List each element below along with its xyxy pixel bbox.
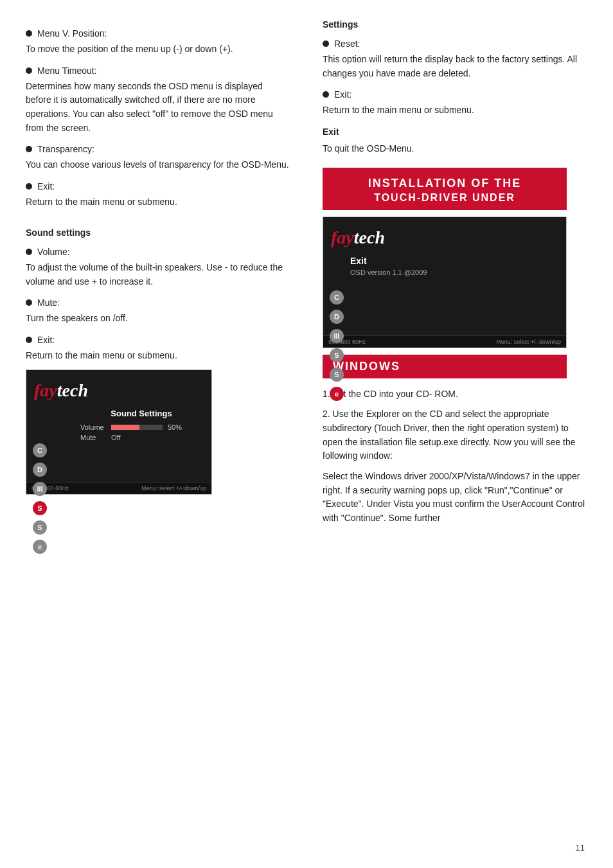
sound-osd-footer: 800x600 60Hz Menu: select +/-:down/up xyxy=(26,482,211,494)
volume-osd-label: Volume xyxy=(80,423,106,431)
step2-text: 2. Use the Explorer on the CD and select… xyxy=(323,407,587,463)
transparency-item: Transparency: xyxy=(26,144,290,154)
install-osd-icons: C D III S S e xyxy=(330,290,344,401)
sound-settings-osd-label: Sound Settings xyxy=(53,409,204,418)
exit-settings-label: Exit: xyxy=(334,89,351,100)
bullet-dot-reset xyxy=(323,40,329,47)
bullet-dot-exit-sound xyxy=(26,337,32,343)
install-osd-exit: Exit xyxy=(350,256,558,266)
page-number: 11 xyxy=(576,843,585,853)
mute-row: Mute Off xyxy=(53,434,204,441)
install-banner-line1: INSTALLATION OF THE xyxy=(368,177,521,190)
sound-osd-logo-fay: fay xyxy=(34,380,57,401)
exit-sound-label: Exit: xyxy=(37,335,55,345)
mute-osd-label: Mute xyxy=(80,434,106,441)
mute-label: Mute: xyxy=(37,297,60,308)
osd-icon-6: e xyxy=(33,540,47,554)
install-banner: INSTALLATION OF THE TOUCH-DRIVER UNDER xyxy=(323,168,567,210)
exit-left-desc: Return to the main menu or submenu. xyxy=(26,195,290,209)
install-osd-logo: faytech xyxy=(323,224,566,252)
menu-v-position-item: Menu V. Position: xyxy=(26,28,290,39)
exit-left-label: Exit: xyxy=(37,181,55,191)
page: Menu V. Position: To move the position o… xyxy=(0,0,613,868)
reset-label: Reset: xyxy=(334,39,360,49)
bullet-dot-timeout xyxy=(26,67,32,74)
install-osd-icon-5: S xyxy=(330,368,344,382)
install-osd-icon-3: III xyxy=(330,329,344,343)
install-osd-content: Exit OSD version 1.1 @2009 xyxy=(323,252,566,329)
bullet-dot-transparency xyxy=(26,146,32,152)
exit-settings-item: Exit: xyxy=(323,89,587,100)
install-osd-menu-hint: Menu: select +/-:down/up xyxy=(496,339,561,345)
volume-desc: To adjust the volume of the built-in spe… xyxy=(26,261,290,288)
menu-timeout-label: Menu Timeout: xyxy=(37,66,97,76)
sound-osd-icons: C D III S S e xyxy=(33,443,47,554)
menu-timeout-item: Menu Timeout: xyxy=(26,66,290,76)
volume-item: Volume: xyxy=(26,247,290,257)
install-osd-icon-2: D xyxy=(330,310,344,324)
two-column-layout: Menu V. Position: To move the position o… xyxy=(26,19,587,842)
sound-settings-heading: Sound settings xyxy=(26,227,290,238)
install-osd-logo-fay: fay xyxy=(331,227,354,248)
mute-osd-value: Off xyxy=(111,434,120,441)
left-column: Menu V. Position: To move the position o… xyxy=(26,19,297,842)
install-osd-icon-6-active: e xyxy=(330,387,344,401)
step1-text: 1. Put the CD into your CD- ROM. xyxy=(323,387,587,402)
reset-item: Reset: xyxy=(323,39,587,49)
install-osd-body: C D III S S e Exit OSD version 1.1 @2009 xyxy=(323,252,566,329)
mute-item: Mute: xyxy=(26,297,290,308)
sound-osd-menu-hint: Menu: select +/-:down/up xyxy=(141,485,206,492)
right-column: Settings Reset: This option will return … xyxy=(316,19,587,842)
exit-settings-desc: Return to the main menu or submenu. xyxy=(323,103,587,118)
bullet-dot-mute xyxy=(26,299,32,306)
sound-osd-logo: faytech xyxy=(26,376,211,405)
exit-left-item: Exit: xyxy=(26,181,290,191)
osd-icon-1: C xyxy=(33,443,47,457)
volume-bar-fill xyxy=(111,425,139,430)
menu-v-position-desc: To move the position of the menu up (-) … xyxy=(26,42,290,57)
install-osd-screenshot: faytech C D III S S e Exit xyxy=(323,217,567,348)
install-osd-version: OSD version 1.1 @2009 xyxy=(350,269,558,276)
install-osd-footer: 800x600 60Hz Menu: select +/-:down/up xyxy=(323,335,566,348)
volume-label: Volume: xyxy=(37,247,70,257)
settings-heading: Settings xyxy=(323,19,587,30)
install-osd-logo-tech: tech xyxy=(354,227,385,248)
bullet-dot-exit-left xyxy=(26,183,32,190)
exit-sound-desc: Return to the main menu or submenu. xyxy=(26,349,290,363)
installation-section: INSTALLATION OF THE TOUCH-DRIVER UNDER f… xyxy=(323,168,587,378)
transparency-desc: You can choose various levels of transpa… xyxy=(26,158,290,172)
sound-osd-screenshot: faytech C D III S S e Sound Settings V xyxy=(26,369,212,495)
windows-banner: WINDOWS xyxy=(323,355,567,378)
sound-osd-logo-tech: tech xyxy=(57,380,88,401)
exit-sound-item: Exit: xyxy=(26,335,290,345)
menu-timeout-desc: Determines how many seconds the OSD menu… xyxy=(26,80,290,136)
reset-desc: This option will return the display back… xyxy=(323,53,587,80)
volume-pct: 50% xyxy=(168,423,182,431)
bullet-dot-volume xyxy=(26,249,32,255)
select-driver-text: Select the Windows driver 2000/XP/Vista/… xyxy=(323,470,587,526)
menu-v-position-label: Menu V. Position: xyxy=(37,28,107,39)
install-osd-icon-4: S xyxy=(330,348,344,362)
volume-bar xyxy=(111,425,163,430)
exit-section-desc: To quit the OSD-Menu. xyxy=(323,142,587,156)
osd-icon-2: D xyxy=(33,463,47,477)
volume-row: Volume 50% xyxy=(53,423,204,431)
exit-section-heading: Exit xyxy=(323,127,587,137)
osd-icon-5: S xyxy=(33,520,47,535)
mute-desc: Turn the speakers on /off. xyxy=(26,312,290,326)
bullet-dot-menu-v xyxy=(26,30,32,37)
install-banner-line2: TOUCH-DRIVER UNDER xyxy=(333,191,556,205)
bullet-dot-exit-settings xyxy=(323,91,329,98)
osd-icon-3: III xyxy=(33,482,47,496)
sound-osd-content: Sound Settings Volume 50% Mute Off xyxy=(26,405,211,475)
osd-icon-4-active: S xyxy=(33,501,47,515)
transparency-label: Transparency: xyxy=(37,144,94,154)
install-osd-icon-1: C xyxy=(330,290,344,305)
